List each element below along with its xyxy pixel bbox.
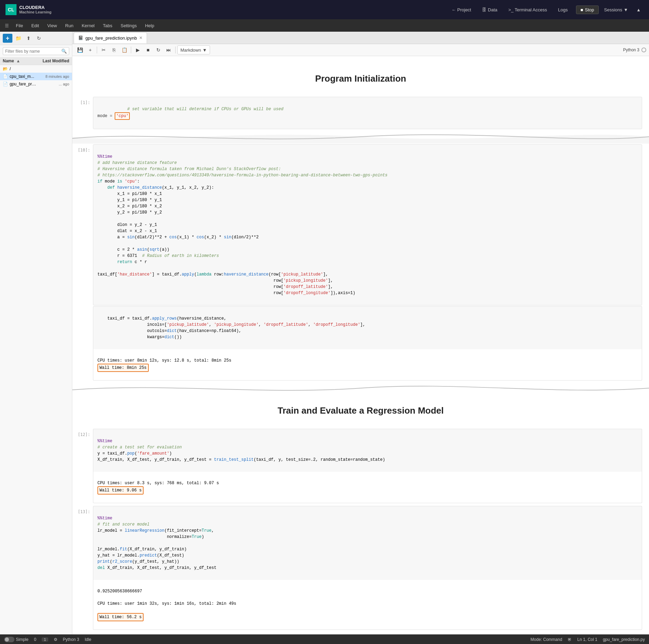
- file-items: 📂 / 📄 cpu_taxi_m... 8 minutes ago 📄 gpu_…: [0, 65, 72, 644]
- logo-area: CL CLOUDERA Machine Learning: [6, 4, 64, 15]
- section-title-program-init: Program Initialization: [72, 73, 649, 84]
- code-cell[interactable]: # set variable that will determine if CP…: [93, 97, 642, 129]
- modified-sort-button[interactable]: Last Modified: [38, 59, 69, 63]
- content-area: 📓 gpu_fare_prediction.ipynb ✕ 💾 + ✂ ⎘ 📋 …: [72, 32, 649, 644]
- code-cell[interactable]: %%time # create a test set for evaluatio…: [93, 429, 642, 472]
- status-idle: Idle: [85, 637, 91, 642]
- code-cell[interactable]: %%time # add haversine distance feature …: [93, 144, 642, 305]
- restart-button[interactable]: ↻: [154, 45, 163, 54]
- cell-type-dropdown[interactable]: Markdown ▼: [177, 45, 210, 54]
- toggle-thumb: [5, 637, 9, 642]
- cut-button[interactable]: ✂: [99, 45, 108, 54]
- cell-1-label: [1]:: [72, 97, 93, 129]
- wall-time-12-highlight: Wall time: 9.06 s: [97, 486, 144, 495]
- search-input[interactable]: [5, 49, 61, 54]
- fast-forward-button[interactable]: ⏭: [164, 45, 174, 54]
- run-button[interactable]: ▶: [133, 45, 143, 54]
- wall-time-13-highlight: Wall time: 56.2 s: [97, 613, 144, 621]
- name-sort-button[interactable]: Name ▲: [3, 59, 38, 63]
- toolbar-separator: [175, 46, 176, 53]
- tab-close-button[interactable]: ✕: [139, 35, 143, 40]
- sidebar-toggle-icon[interactable]: ☰: [3, 21, 11, 30]
- kernel-idle-indicator: [641, 48, 646, 52]
- stop-icon: ■: [580, 7, 583, 12]
- logs-nav[interactable]: Logs: [555, 6, 571, 14]
- code-cell[interactable]: %%time # fit and score model lr_model = …: [93, 506, 642, 580]
- wave-divider: [72, 130, 649, 144]
- copy-button[interactable]: ⎘: [109, 45, 119, 54]
- list-item[interactable]: 📄 cpu_taxi_m... 8 minutes ago: [0, 73, 72, 80]
- folder-item[interactable]: 📂 /: [0, 65, 72, 73]
- cell-10-label: [10]:: [72, 144, 93, 305]
- main-layout: + 📁 ⬆ ↻ 🔍 Name ▲ Last Modified 📂 / �: [0, 32, 649, 644]
- menu-edit[interactable]: Edit: [28, 22, 42, 30]
- notebook-tabs: 📓 gpu_fare_prediction.ipynb ✕: [72, 32, 649, 44]
- search-icon: 🔍: [61, 49, 67, 54]
- wall-time-highlight: Wall time: 8min 25s: [97, 364, 149, 372]
- chevron-down-icon: ▼: [624, 7, 628, 12]
- terminal-nav[interactable]: >_ Terminal Access: [506, 6, 550, 14]
- cell-13: [13]: %%time # fit and score model lr_mo…: [72, 506, 649, 630]
- collapse-button[interactable]: ▲: [634, 6, 643, 14]
- save-button[interactable]: 💾: [75, 45, 85, 54]
- menu-file[interactable]: File: [12, 22, 27, 30]
- output-cell-13: 0.9252005638666697 CPU times: user 1min …: [93, 580, 642, 630]
- cell-10: [10]: %%time # add haversine distance fe…: [72, 144, 649, 305]
- sidebar: + 📁 ⬆ ↻ 🔍 Name ▲ Last Modified 📂 / �: [0, 32, 72, 644]
- stop-button[interactable]: ■ Stop: [576, 6, 599, 14]
- data-nav[interactable]: 🗄 Data: [479, 6, 500, 14]
- topbar: CL CLOUDERA Machine Learning ← Project 🗄…: [0, 0, 649, 19]
- toolbar-separator: [131, 46, 131, 53]
- new-folder-button[interactable]: 📁: [14, 34, 23, 43]
- toolbar-separator: [97, 46, 97, 53]
- add-cell-button[interactable]: +: [85, 45, 95, 54]
- settings-icon[interactable]: ⚙: [54, 637, 57, 642]
- paste-button[interactable]: 📋: [119, 45, 129, 54]
- simple-toggle[interactable]: Simple: [4, 637, 29, 642]
- sessions-dropdown[interactable]: Sessions ▼: [604, 7, 628, 12]
- menu-tabs[interactable]: Tabs: [100, 22, 116, 30]
- cell-13-label: [13]:: [72, 506, 93, 630]
- cell-1-body: # set variable that will determine if CP…: [93, 97, 642, 129]
- menu-view[interactable]: View: [44, 22, 60, 30]
- cell-10b-label: [72, 306, 93, 381]
- refresh-button[interactable]: ↻: [34, 34, 43, 43]
- sort-indicator: ▲: [16, 59, 20, 63]
- cell-12: [12]: %%time # create a test set for eva…: [72, 429, 649, 503]
- file-list-header: Name ▲ Last Modified: [0, 57, 72, 65]
- cell-13-body: %%time # fit and score model lr_model = …: [93, 506, 642, 630]
- section-title-train-eval: Train and Evaluate a Regression Model: [72, 405, 649, 416]
- menu-run[interactable]: Run: [62, 22, 77, 30]
- shield-icon: ⛨: [568, 637, 572, 642]
- output-cell: CPU times: user 8min 12s, sys: 12.8 s, t…: [93, 349, 642, 381]
- wave-divider-2: [72, 381, 649, 395]
- menu-settings[interactable]: Settings: [117, 22, 140, 30]
- output-cell-12: CPU times: user 8.3 s, sys: 768 ms, tota…: [93, 472, 642, 503]
- notebook-tab[interactable]: 📓 gpu_fare_prediction.ipynb ✕: [74, 32, 147, 43]
- folder-icon: 📂: [3, 66, 8, 71]
- list-item[interactable]: 📄 gpu_fare_prediction.ipynb ... ago: [0, 80, 72, 88]
- toggle-track[interactable]: [4, 637, 14, 642]
- notification-badge: 1: [42, 637, 48, 642]
- logo-text: CLOUDERA Machine Learning: [19, 5, 52, 15]
- menu-help[interactable]: Help: [142, 22, 158, 30]
- file-icon: 📄: [3, 82, 8, 86]
- notebook-toolbar: 💾 + ✂ ⎘ 📋 ▶ ■ ↻ ⏭ Markdown ▼ Python 3: [72, 44, 649, 56]
- status-right: Mode: Command ⛨ Ln 1, Col 1 gpu_fare_pre…: [531, 637, 645, 642]
- cell-10b-body: taxi_df = taxi_df.apply_rows(haversine_d…: [93, 306, 642, 381]
- notebook-content[interactable]: Program Initialization [1]: # set variab…: [72, 56, 649, 644]
- cell-12-label: [12]:: [72, 429, 93, 503]
- stop-cell-button[interactable]: ■: [143, 45, 153, 54]
- code-cell[interactable]: taxi_df = taxi_df.apply_rows(haversine_d…: [93, 306, 642, 349]
- menu-kernel[interactable]: Kernel: [78, 22, 98, 30]
- search-box[interactable]: 🔍: [3, 47, 69, 55]
- notebook-icon: 📓: [78, 35, 83, 40]
- file-icon: 📄: [3, 74, 8, 79]
- new-file-button[interactable]: +: [3, 34, 12, 43]
- upload-button[interactable]: ⬆: [24, 34, 33, 43]
- cell-10b: taxi_df = taxi_df.apply_rows(haversine_d…: [72, 306, 649, 381]
- statusbar: Simple 0 1 ⚙ Python 3 Idle Mode: Command…: [0, 634, 649, 644]
- logo-icon: CL: [6, 4, 17, 15]
- sidebar-toolbar: + 📁 ⬆ ↻: [0, 32, 72, 45]
- project-nav[interactable]: ← Project: [449, 6, 474, 14]
